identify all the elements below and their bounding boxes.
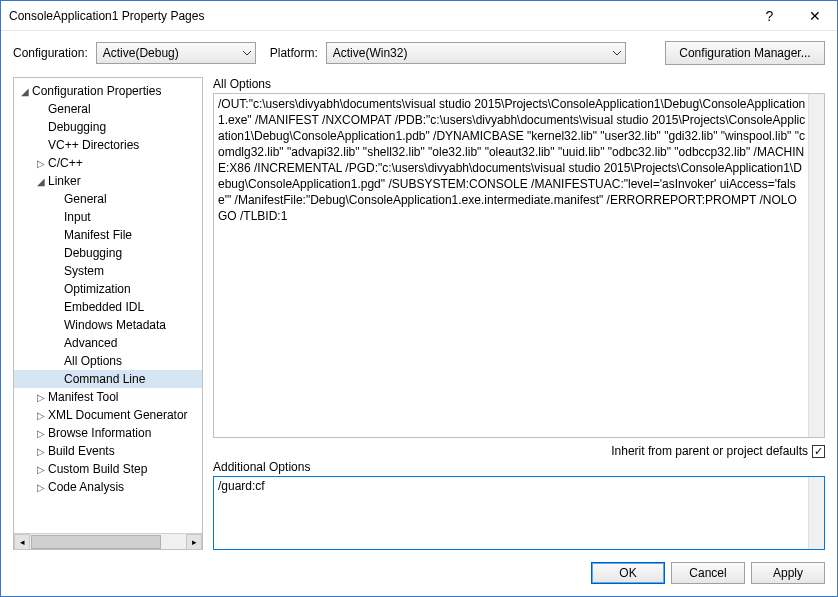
expand-icon[interactable]: ▷ <box>34 158 48 169</box>
scrollbar-thumb[interactable] <box>31 535 161 549</box>
tree-node-xml-document-generator[interactable]: ▷XML Document Generator <box>14 406 202 424</box>
scroll-right-icon[interactable]: ▸ <box>186 534 202 550</box>
all-options-text: /OUT:"c:\users\divyabh\documents\visual … <box>214 94 824 226</box>
expand-icon[interactable]: ▷ <box>34 482 48 493</box>
nav-tree[interactable]: ◢Configuration Properties General Debugg… <box>13 77 203 550</box>
help-button[interactable]: ? <box>747 1 792 31</box>
expand-icon[interactable]: ▷ <box>34 428 48 439</box>
collapse-icon[interactable]: ◢ <box>18 86 32 97</box>
tree-node-linker-general[interactable]: General <box>14 190 202 208</box>
chevron-down-icon <box>613 51 621 56</box>
tree-node-general[interactable]: General <box>14 100 202 118</box>
chevron-down-icon <box>243 51 251 56</box>
window-title: ConsoleApplication1 Property Pages <box>9 9 747 23</box>
titlebar: ConsoleApplication1 Property Pages ? ✕ <box>1 1 837 31</box>
expand-icon[interactable]: ▷ <box>34 446 48 457</box>
tree-node-linker[interactable]: ◢Linker <box>14 172 202 190</box>
config-toolbar: Configuration: Active(Debug) Platform: A… <box>1 31 837 73</box>
tree-node-linker-advanced[interactable]: Advanced <box>14 334 202 352</box>
collapse-icon[interactable]: ◢ <box>34 176 48 187</box>
platform-dropdown[interactable]: Active(Win32) <box>326 42 626 64</box>
expand-icon[interactable]: ▷ <box>34 410 48 421</box>
tree-node-ccpp[interactable]: ▷C/C++ <box>14 154 202 172</box>
additional-options-value: /guard:cf <box>214 477 824 495</box>
tree-node-linker-manifest-file[interactable]: Manifest File <box>14 226 202 244</box>
tree-node-code-analysis[interactable]: ▷Code Analysis <box>14 478 202 496</box>
configuration-manager-button[interactable]: Configuration Manager... <box>665 41 825 65</box>
tree-node-linker-command-line[interactable]: Command Line <box>14 370 202 388</box>
all-options-textbox[interactable]: /OUT:"c:\users\divyabh\documents\visual … <box>213 93 825 438</box>
tree-horizontal-scrollbar[interactable]: ◂ ▸ <box>14 533 202 549</box>
all-options-label: All Options <box>213 77 825 91</box>
expand-icon[interactable]: ▷ <box>34 392 48 403</box>
inherit-defaults-label: Inherit from parent or project defaults <box>611 444 808 458</box>
tree-node-manifest-tool[interactable]: ▷Manifest Tool <box>14 388 202 406</box>
scroll-left-icon[interactable]: ◂ <box>14 534 30 550</box>
ok-button[interactable]: OK <box>591 562 665 584</box>
tree-node-linker-system[interactable]: System <box>14 262 202 280</box>
tree-node-custom-build-step[interactable]: ▷Custom Build Step <box>14 460 202 478</box>
tree-node-debugging[interactable]: Debugging <box>14 118 202 136</box>
tree-node-browse-information[interactable]: ▷Browse Information <box>14 424 202 442</box>
close-button[interactable]: ✕ <box>792 1 837 31</box>
tree-node-configuration-properties[interactable]: ◢Configuration Properties <box>14 82 202 100</box>
configuration-dropdown[interactable]: Active(Debug) <box>96 42 256 64</box>
tree-node-linker-input[interactable]: Input <box>14 208 202 226</box>
apply-button[interactable]: Apply <box>751 562 825 584</box>
platform-value: Active(Win32) <box>333 46 408 60</box>
tree-node-linker-optimization[interactable]: Optimization <box>14 280 202 298</box>
tree-node-linker-debugging[interactable]: Debugging <box>14 244 202 262</box>
configuration-value: Active(Debug) <box>103 46 179 60</box>
property-pages-window: ConsoleApplication1 Property Pages ? ✕ C… <box>0 0 838 597</box>
additional-options-textbox[interactable]: /guard:cf <box>213 476 825 550</box>
expand-icon[interactable]: ▷ <box>34 464 48 475</box>
dialog-button-row: OK Cancel Apply <box>1 550 837 596</box>
tree-node-build-events[interactable]: ▷Build Events <box>14 442 202 460</box>
tree-node-linker-windows-metadata[interactable]: Windows Metadata <box>14 316 202 334</box>
tree-node-linker-all-options[interactable]: All Options <box>14 352 202 370</box>
inherit-defaults-checkbox[interactable]: ✓ <box>812 445 825 458</box>
configuration-label: Configuration: <box>13 46 88 60</box>
vertical-scrollbar[interactable] <box>808 477 824 549</box>
tree-node-vcpp-directories[interactable]: VC++ Directories <box>14 136 202 154</box>
platform-label: Platform: <box>270 46 318 60</box>
additional-options-label: Additional Options <box>213 460 825 474</box>
tree-node-linker-embedded-idl[interactable]: Embedded IDL <box>14 298 202 316</box>
vertical-scrollbar[interactable] <box>808 94 824 437</box>
cancel-button[interactable]: Cancel <box>671 562 745 584</box>
